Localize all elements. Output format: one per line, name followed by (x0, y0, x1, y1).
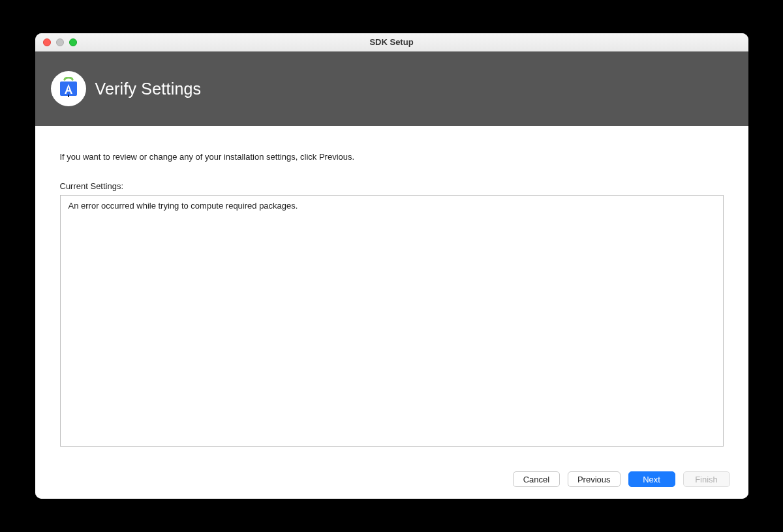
svg-point-2 (71, 79, 73, 81)
svg-point-1 (63, 79, 65, 81)
svg-rect-3 (68, 95, 69, 97)
minimize-window-button (56, 38, 64, 46)
current-settings-label: Current Settings: (60, 181, 724, 191)
wizard-content: If you want to review or change any of y… (35, 126, 748, 460)
android-studio-icon (51, 71, 86, 106)
page-title: Verify Settings (95, 80, 202, 98)
svg-rect-0 (60, 81, 77, 96)
intro-text: If you want to review or change any of y… (60, 152, 724, 162)
window-titlebar: SDK Setup (35, 33, 748, 52)
finish-button: Finish (683, 471, 730, 487)
window-controls (35, 38, 77, 46)
close-window-button[interactable] (43, 38, 51, 46)
wizard-footer: Cancel Previous Next Finish (35, 460, 748, 499)
next-button[interactable]: Next (628, 471, 675, 487)
current-settings-box[interactable]: An error occurred while trying to comput… (60, 195, 724, 447)
sdk-setup-window: SDK Setup Verify Settings If you want to… (35, 33, 748, 499)
maximize-window-button[interactable] (69, 38, 77, 46)
settings-error-text: An error occurred while trying to comput… (69, 201, 715, 211)
cancel-button[interactable]: Cancel (513, 471, 560, 487)
window-title: SDK Setup (35, 37, 748, 47)
previous-button[interactable]: Previous (568, 471, 621, 487)
wizard-header: Verify Settings (35, 52, 748, 126)
